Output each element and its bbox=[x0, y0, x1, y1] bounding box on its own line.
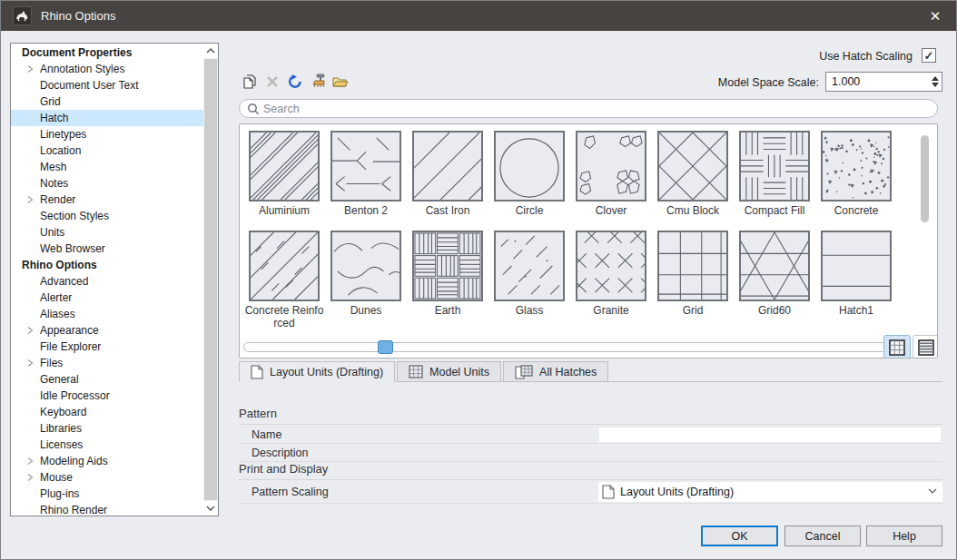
tree-item-label: Libraries bbox=[40, 422, 82, 435]
expand-chevron-icon[interactable] bbox=[25, 325, 35, 336]
tree-item-location[interactable]: Location bbox=[11, 142, 203, 159]
model-space-scale-value[interactable]: 1.000 bbox=[832, 75, 860, 88]
search-box[interactable] bbox=[239, 99, 938, 118]
swatch-label: Earth bbox=[407, 304, 488, 317]
tree-item-modeling-aids[interactable]: Modeling Aids bbox=[11, 453, 203, 469]
model-space-scale-spinner[interactable]: 1.000 bbox=[825, 72, 942, 92]
scroll-down-icon[interactable] bbox=[203, 501, 218, 516]
expand-chevron-icon[interactable] bbox=[25, 64, 35, 74]
scrollbar-thumb[interactable] bbox=[204, 59, 217, 500]
tree-item-label: Aliases bbox=[40, 308, 75, 320]
tree-item-web-browser[interactable]: Web Browser bbox=[11, 241, 203, 257]
page-grid-icon bbox=[515, 365, 533, 379]
tree-item-document-user-text[interactable]: Document User Text bbox=[11, 77, 203, 93]
pattern-scaling-dropdown[interactable]: Layout Units (Drafting) bbox=[598, 482, 942, 502]
list-view-button[interactable] bbox=[913, 335, 938, 359]
tree-item-rhino-options[interactable]: Rhino Options bbox=[11, 257, 203, 273]
tree-item-mouse[interactable]: Mouse bbox=[11, 469, 203, 486]
spinner-up-icon[interactable] bbox=[932, 76, 939, 81]
tree-item-render[interactable]: Render bbox=[11, 192, 203, 208]
name-input[interactable] bbox=[598, 427, 942, 443]
swatch-size-slider[interactable] bbox=[243, 342, 888, 352]
swatch-label: Glass bbox=[488, 304, 570, 317]
hatch-swatch-earth[interactable] bbox=[412, 231, 483, 301]
spinner-down-icon[interactable] bbox=[932, 83, 939, 87]
tree-item-linetypes[interactable]: Linetypes bbox=[11, 126, 203, 142]
tree-item-grid[interactable]: Grid bbox=[11, 93, 203, 110]
tree-item-appearance[interactable]: Appearance bbox=[11, 322, 203, 339]
grid-view-button[interactable] bbox=[883, 335, 911, 359]
tree-item-label: File Explorer bbox=[40, 340, 101, 353]
hatch-swatch-hatch1[interactable] bbox=[821, 231, 892, 301]
tab-model-units[interactable]: Model Units bbox=[397, 361, 501, 382]
hatch-swatch-cmublock[interactable] bbox=[657, 131, 728, 201]
tree-item-annotation-styles[interactable]: Annotation Styles bbox=[11, 61, 203, 77]
open-folder-icon[interactable] bbox=[331, 72, 350, 91]
expand-chevron-icon[interactable] bbox=[25, 194, 35, 205]
expand-chevron-icon[interactable] bbox=[25, 472, 35, 483]
swatch-cell: Benton 2 bbox=[325, 131, 407, 231]
slider-thumb[interactable] bbox=[378, 340, 393, 354]
tree-item-plug-ins[interactable]: Plug-ins bbox=[11, 486, 203, 502]
hatch-swatch-castiron[interactable] bbox=[412, 131, 483, 201]
swatch-label: Benton 2 bbox=[325, 204, 407, 217]
tree-item-units[interactable]: Units bbox=[11, 224, 203, 241]
tree-item-general[interactable]: General bbox=[11, 371, 203, 388]
tree-item-idle-processor[interactable]: Idle Processor bbox=[11, 388, 203, 404]
hatch-swatch-dunes[interactable] bbox=[331, 231, 401, 301]
grid-view-icon bbox=[889, 339, 905, 356]
hatch-swatch-concrete[interactable] bbox=[821, 131, 892, 201]
ok-button[interactable]: OK bbox=[701, 526, 778, 546]
hatch-swatch-benton2[interactable] bbox=[331, 131, 401, 201]
duplicate-icon[interactable] bbox=[240, 72, 259, 91]
use-hatch-scaling-checkbox[interactable]: ✓ bbox=[922, 48, 936, 63]
expand-chevron-icon[interactable] bbox=[25, 358, 35, 368]
tree-item-label: Grid bbox=[40, 95, 61, 108]
undo-icon[interactable] bbox=[285, 72, 304, 91]
tree-item-document-properties[interactable]: Document Properties bbox=[11, 44, 203, 61]
rhino-options-dialog: Rhino Options ✕ Document PropertiesAnnot… bbox=[0, 0, 957, 560]
swatch-label: Compact Fill bbox=[734, 204, 815, 217]
tab-all-hatches[interactable]: All Hatches bbox=[503, 361, 608, 382]
swatch-cell: Grid bbox=[652, 231, 734, 330]
sidebar-scrollbar[interactable] bbox=[203, 44, 218, 516]
tree-item-notes[interactable]: Notes bbox=[11, 175, 203, 192]
close-button[interactable]: ✕ bbox=[914, 1, 956, 31]
hatch-swatch-grid[interactable] bbox=[657, 231, 728, 301]
hatch-swatch-granite[interactable] bbox=[576, 231, 646, 301]
model-space-scale-label: Model Space Scale: bbox=[718, 76, 819, 89]
tab-layout-units-drafting-[interactable]: Layout Units (Drafting) bbox=[239, 361, 395, 382]
tree-item-libraries[interactable]: Libraries bbox=[11, 420, 203, 437]
cancel-button[interactable]: Cancel bbox=[784, 526, 861, 546]
search-input[interactable] bbox=[263, 101, 917, 116]
tree-item-licenses[interactable]: Licenses bbox=[11, 437, 203, 453]
tree-item-label: Files bbox=[40, 357, 63, 369]
tree-item-hatch[interactable]: Hatch bbox=[11, 110, 203, 126]
tree-item-advanced[interactable]: Advanced bbox=[11, 273, 203, 290]
scroll-up-icon[interactable] bbox=[203, 44, 218, 58]
tree-item-label: Advanced bbox=[40, 275, 88, 288]
tree-item-files[interactable]: Files bbox=[11, 355, 203, 371]
hatch-swatch-compactfill[interactable] bbox=[739, 131, 810, 201]
hatch-swatch-glass[interactable] bbox=[494, 231, 565, 301]
tree-item-file-explorer[interactable]: File Explorer bbox=[11, 339, 203, 355]
tree-item-rhino-render[interactable]: Rhino Render bbox=[11, 502, 203, 516]
tree-item-label: Hatch bbox=[40, 112, 68, 124]
help-button[interactable]: Help bbox=[866, 526, 942, 546]
tree-item-mesh[interactable]: Mesh bbox=[11, 159, 203, 175]
hatch-swatch-grid60[interactable] bbox=[739, 231, 810, 301]
delete-icon[interactable] bbox=[262, 72, 281, 91]
sweep-icon[interactable] bbox=[308, 72, 327, 91]
tree-item-alerter[interactable]: Alerter bbox=[11, 290, 203, 306]
tree-item-aliases[interactable]: Aliases bbox=[11, 306, 203, 322]
options-tree: Document PropertiesAnnotation StylesDocu… bbox=[10, 43, 219, 516]
spinner-arrows[interactable] bbox=[928, 73, 942, 91]
tree-item-keyboard[interactable]: Keyboard bbox=[11, 404, 203, 420]
hatch-swatch-concretereinforced[interactable] bbox=[249, 231, 320, 301]
swatch-scrollbar-thumb[interactable] bbox=[921, 135, 929, 222]
hatch-swatch-aluminium[interactable] bbox=[249, 131, 320, 201]
hatch-swatch-circle[interactable] bbox=[494, 131, 565, 201]
hatch-swatch-clover[interactable] bbox=[576, 131, 646, 201]
tree-item-section-styles[interactable]: Section Styles bbox=[11, 208, 203, 224]
expand-chevron-icon[interactable] bbox=[25, 456, 35, 467]
